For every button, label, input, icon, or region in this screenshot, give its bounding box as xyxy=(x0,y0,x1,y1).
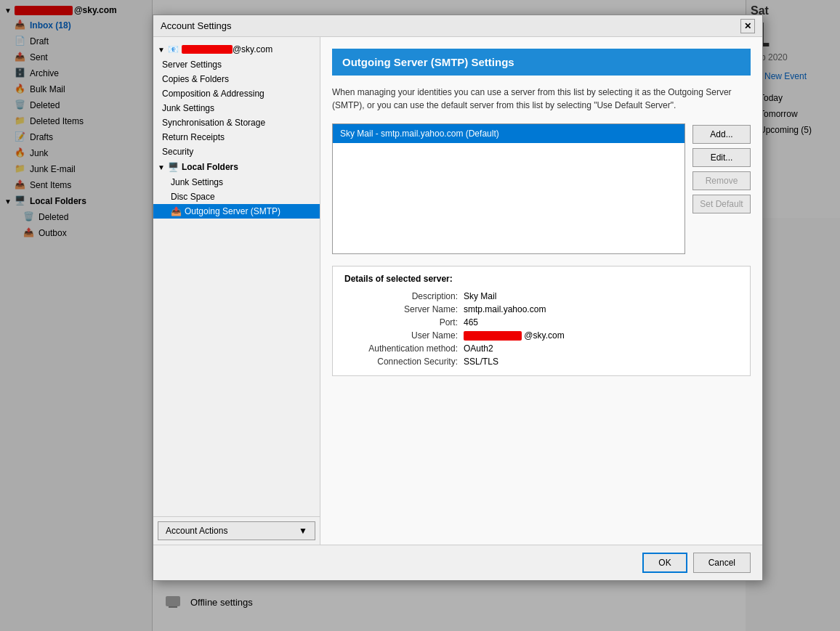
detail-row-description: Description: Sky Mail xyxy=(344,290,738,303)
tree-item-junk-settings-local[interactable]: Junk Settings xyxy=(153,175,320,190)
tree-content: ▼ 📧 @sky.com Server Settings Copies & Fo… xyxy=(153,37,320,516)
detail-row-auth: Authentication method: OAuth2 xyxy=(344,342,738,355)
description-value: Sky Mail xyxy=(461,290,738,303)
details-section: Details of selected server: Description:… xyxy=(332,266,751,376)
smtp-list-item-skymail[interactable]: Sky Mail - smtp.mail.yahoo.com (Default) xyxy=(333,124,684,143)
close-button[interactable]: ✕ xyxy=(740,19,755,33)
tree-item-security[interactable]: Security xyxy=(153,144,320,159)
tree-item-disc-space[interactable]: Disc Space xyxy=(153,190,320,204)
tree-item-junk-settings[interactable]: Junk Settings xyxy=(153,101,320,115)
port-value: 465 xyxy=(461,316,738,329)
tree-account-header[interactable]: ▼ 📧 @sky.com xyxy=(153,41,320,57)
smtp-list[interactable]: Sky Mail - smtp.mail.yahoo.com (Default) xyxy=(332,123,685,254)
auth-label: Authentication method: xyxy=(344,342,461,355)
local-folders-tree-icon: 🖥️ xyxy=(168,162,179,172)
tree-outgoing-smtp-label: Outgoing Server (SMTP) xyxy=(185,206,280,216)
tree-item-composition[interactable]: Composition & Addressing xyxy=(153,86,320,101)
tree-sync-storage-label: Synchronisation & Storage xyxy=(162,118,265,128)
dialog-titlebar: Account Settings ✕ xyxy=(153,15,762,37)
tree-item-return-receipts[interactable]: Return Receipts xyxy=(153,130,320,144)
tree-item-outgoing-smtp[interactable]: 📤 Outgoing Server (SMTP) xyxy=(153,204,320,219)
local-folders-tree-chevron: ▼ xyxy=(158,163,165,171)
smtp-section-header: Outgoing Server (SMTP) Settings xyxy=(332,49,751,76)
account-actions-dropdown-icon: ▼ xyxy=(299,526,307,536)
tree-email-redacted xyxy=(182,45,233,54)
server-name-label: Server Name: xyxy=(344,303,461,316)
detail-row-port: Port: 465 xyxy=(344,316,738,329)
content-panel: Outgoing Server (SMTP) Settings When man… xyxy=(320,37,762,545)
detail-row-server: Server Name: smtp.mail.yahoo.com xyxy=(344,303,738,316)
description-label: Description: xyxy=(344,290,461,303)
tree-local-folders-header[interactable]: ▼ 🖥️ Local Folders xyxy=(153,159,320,175)
account-actions-bar: Account Actions ▼ xyxy=(153,516,320,545)
tree-disc-space-label: Disc Space xyxy=(171,192,215,202)
detail-row-username: User Name: @sky.com xyxy=(344,329,738,342)
tree-account-icon: 📧 xyxy=(168,44,179,54)
dialog-body: ▼ 📧 @sky.com Server Settings Copies & Fo… xyxy=(153,37,762,545)
smtp-edit-button[interactable]: Edit... xyxy=(692,148,751,167)
connection-value: SSL/TLS xyxy=(461,355,738,368)
account-settings-dialog: Account Settings ✕ ▼ 📧 @sky.com Server S… xyxy=(153,15,763,581)
smtp-header-text: Outgoing Server (SMTP) Settings xyxy=(342,56,514,68)
smtp-set-default-button[interactable]: Set Default xyxy=(692,195,751,213)
smtp-entry-label: Sky Mail - smtp.mail.yahoo.com (Default) xyxy=(340,129,499,139)
account-actions-button[interactable]: Account Actions ▼ xyxy=(158,521,315,540)
tree-email-domain: @sky.com xyxy=(233,44,272,54)
port-label: Port: xyxy=(344,316,461,329)
tree-item-copies-folders[interactable]: Copies & Folders xyxy=(153,72,320,86)
tree-return-receipts-label: Return Receipts xyxy=(162,132,225,142)
tree-copies-folders-label: Copies & Folders xyxy=(162,74,229,84)
outgoing-smtp-icon: 📤 xyxy=(171,206,182,216)
dialog-title: Account Settings xyxy=(161,20,232,31)
tree-panel: ▼ 📧 @sky.com Server Settings Copies & Fo… xyxy=(153,37,320,545)
details-title: Details of selected server: xyxy=(344,274,738,284)
smtp-buttons: Add... Edit... Remove Set Default xyxy=(692,123,751,254)
username-redacted xyxy=(464,331,522,341)
tree-item-server-settings[interactable]: Server Settings xyxy=(153,57,320,72)
tree-account-chevron: ▼ xyxy=(158,46,165,54)
tree-composition-label: Composition & Addressing xyxy=(162,89,264,99)
ok-button[interactable]: OK xyxy=(642,553,687,573)
details-table: Description: Sky Mail Server Name: smtp.… xyxy=(344,290,738,368)
smtp-remove-button[interactable]: Remove xyxy=(692,171,751,190)
detail-row-connection: Connection Security: SSL/TLS xyxy=(344,355,738,368)
tree-junk-settings-label: Junk Settings xyxy=(162,103,214,113)
dialog-footer: OK Cancel xyxy=(153,545,762,580)
smtp-list-container: Sky Mail - smtp.mail.yahoo.com (Default)… xyxy=(332,123,751,254)
smtp-add-button[interactable]: Add... xyxy=(692,125,751,144)
username-label: User Name: xyxy=(344,329,461,342)
tree-security-label: Security xyxy=(162,147,193,157)
username-value: @sky.com xyxy=(461,329,738,342)
tree-item-sync-storage[interactable]: Synchronisation & Storage xyxy=(153,115,320,130)
server-name-value: smtp.mail.yahoo.com xyxy=(461,303,738,316)
tree-junk-settings-local-label: Junk Settings xyxy=(171,177,223,187)
smtp-description: When managing your identities you can us… xyxy=(332,86,751,112)
account-actions-label: Account Actions xyxy=(166,526,227,536)
username-domain: @sky.com xyxy=(524,330,564,341)
local-folders-tree-label: Local Folders xyxy=(182,162,238,172)
connection-label: Connection Security: xyxy=(344,355,461,368)
cancel-button[interactable]: Cancel xyxy=(693,553,751,573)
auth-value: OAuth2 xyxy=(461,342,738,355)
tree-server-settings-label: Server Settings xyxy=(162,60,222,70)
